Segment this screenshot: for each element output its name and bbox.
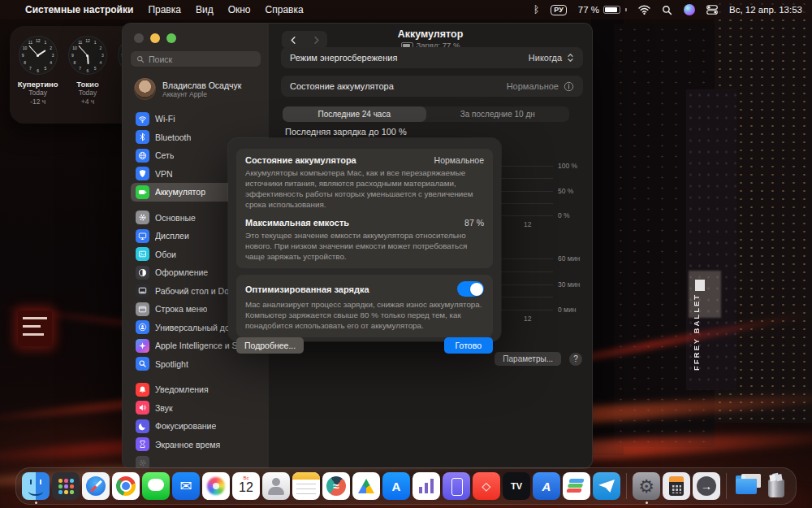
world-clock-1[interactable]: 123456789101112ТокиоToday+4 ч: [66, 34, 109, 124]
focus-icon: [136, 419, 149, 433]
segment-last-10d[interactable]: За последние 10 дн: [426, 106, 570, 122]
dock-calculator[interactable]: [663, 472, 690, 500]
minimize-button[interactable]: [150, 33, 160, 43]
neon-sign: [18, 310, 52, 346]
zoom-button[interactable]: [166, 33, 176, 43]
sidebar-item-spotlight[interactable]: Spotlight: [131, 355, 261, 374]
sound-icon: [136, 401, 149, 415]
search-input[interactable]: [149, 54, 255, 64]
menu-item-1[interactable]: Правка: [140, 4, 188, 15]
dock-calendar[interactable]: Вс12: [232, 472, 260, 500]
section-value: Нормальное: [434, 155, 484, 165]
done-button[interactable]: Готово: [444, 337, 493, 354]
network-icon: [136, 149, 149, 163]
row-value: Нормальное: [507, 81, 574, 92]
dock-safari[interactable]: [82, 472, 110, 500]
world-clock-0[interactable]: 123456789101112КупертиноToday-12 ч: [16, 34, 59, 124]
siri-icon[interactable]: [684, 4, 695, 15]
low-power-mode-row[interactable]: Режим энергосбережения Никогда: [281, 47, 583, 68]
sidebar-item-wifi[interactable]: Wi-Fi: [131, 110, 261, 128]
dock-downloads-folder[interactable]: [732, 472, 760, 500]
bluetooth-icon: [136, 130, 149, 144]
desktop: FFREY BALLET Системные настройкиПравкаВи…: [0, 0, 812, 508]
bluetooth-icon[interactable]: ᛒ: [533, 4, 539, 15]
sidebar-search[interactable]: [131, 51, 261, 67]
menu-item-3[interactable]: Окно: [221, 4, 258, 15]
wallpaper-icon: [136, 247, 149, 261]
bottom-actions: Параметры... ?: [495, 352, 582, 366]
segment-last-24h[interactable]: Последние 24 часа: [283, 106, 426, 122]
details-button[interactable]: Подробнее...: [236, 337, 304, 354]
section-body: Mac анализирует процесс зарядки, снижая …: [245, 299, 484, 331]
sidebar-item-label: Обои: [155, 250, 176, 259]
battery-icon: [136, 185, 149, 199]
sidebar-item-label: Уведомления: [155, 384, 209, 394]
dock-phone-app[interactable]: [443, 472, 470, 500]
clock-face: 123456789101112: [19, 36, 58, 75]
dock-tradingview[interactable]: [503, 472, 530, 500]
spotlight-search-icon[interactable]: [662, 5, 672, 15]
chart-title: Последняя зарядка до 100 %: [285, 127, 407, 137]
y-tick-label: 100 %: [558, 162, 577, 170]
dock-mail[interactable]: [172, 472, 200, 500]
dock-system-settings[interactable]: [633, 472, 660, 500]
accessibility-icon: [136, 320, 149, 334]
battery-health-section: Состояние аккумулятора Нормальное Аккуму…: [245, 155, 484, 210]
clock-day: Today: [66, 89, 109, 98]
displays-icon: [136, 229, 149, 243]
dock-layers-app[interactable]: [563, 472, 590, 500]
dock-anydesk[interactable]: [473, 472, 500, 500]
menu-item-4[interactable]: Справка: [258, 4, 311, 15]
running-indicator: [35, 501, 37, 504]
dock-telegram[interactable]: [593, 472, 620, 500]
optimized-charging-toggle[interactable]: [457, 281, 484, 297]
help-button[interactable]: ?: [569, 353, 582, 366]
vpn-icon: [136, 167, 149, 180]
battery-status[interactable]: 77 %: [578, 5, 627, 15]
row-value[interactable]: Никогда: [529, 52, 574, 63]
dock-stocks-app[interactable]: [412, 472, 440, 500]
row-label: Режим энергосбережения: [290, 53, 397, 63]
dock-waves-app[interactable]: [322, 472, 350, 500]
row-label: Состояние аккумулятора: [290, 81, 394, 91]
dock-notes[interactable]: [292, 472, 320, 500]
dock-photos[interactable]: [202, 472, 230, 500]
desktop-dock-icon: [136, 284, 149, 297]
dock-alfa-app[interactable]: [533, 472, 560, 500]
appearance-icon: [136, 266, 149, 280]
ballet-sign-text: FFREY BALLET: [692, 249, 701, 371]
dock-launchpad[interactable]: [52, 472, 80, 500]
sidebar-item-sound[interactable]: Звук: [131, 399, 261, 418]
sidebar-item-focus[interactable]: Фокусирование: [131, 417, 261, 436]
dock-chrome[interactable]: [112, 472, 140, 500]
input-source-badge[interactable]: РУ: [551, 5, 566, 15]
wifi-icon[interactable]: [638, 5, 650, 15]
dock-trash[interactable]: [762, 472, 790, 500]
pane-title: Аккумулятор: [269, 28, 592, 40]
menu-bar-clock[interactable]: Вс, 12 апр. 13:53: [729, 5, 802, 15]
wifi-icon: [136, 112, 149, 126]
apple-account-row[interactable]: Владислав Осадчук Аккаунт Apple: [131, 76, 261, 110]
options-button[interactable]: Параметры...: [495, 352, 561, 366]
sidebar-item-label: Звук: [155, 403, 173, 413]
sidebar-item-notifications[interactable]: Уведомления: [131, 380, 261, 399]
dock-google-drive[interactable]: [352, 472, 380, 500]
hour-hand: [87, 55, 89, 64]
dock-contacts[interactable]: [262, 472, 290, 500]
battery-health-row[interactable]: Состояние аккумулятора Нормальное: [281, 76, 583, 97]
close-button[interactable]: [134, 33, 144, 43]
info-icon[interactable]: [564, 81, 574, 92]
sidebar-item-screen-time[interactable]: Экранное время: [131, 436, 261, 454]
menu-item-2[interactable]: Вид: [188, 4, 221, 15]
sidebar-item-label: VPN: [155, 169, 173, 179]
control-center-icon[interactable]: [706, 5, 718, 15]
dock-app-store[interactable]: [382, 472, 410, 500]
section-value: 87 %: [464, 218, 484, 228]
dock-messages[interactable]: [142, 472, 170, 500]
dock-arrow-app[interactable]: [693, 472, 720, 500]
menu-item-0[interactable]: Системные настройки: [18, 4, 140, 15]
dock-finder[interactable]: [22, 472, 50, 500]
user-name: Владислав Осадчук: [162, 80, 241, 90]
sidebar-item-label: Основные: [155, 213, 196, 223]
menu-bar-icon: [136, 302, 149, 316]
